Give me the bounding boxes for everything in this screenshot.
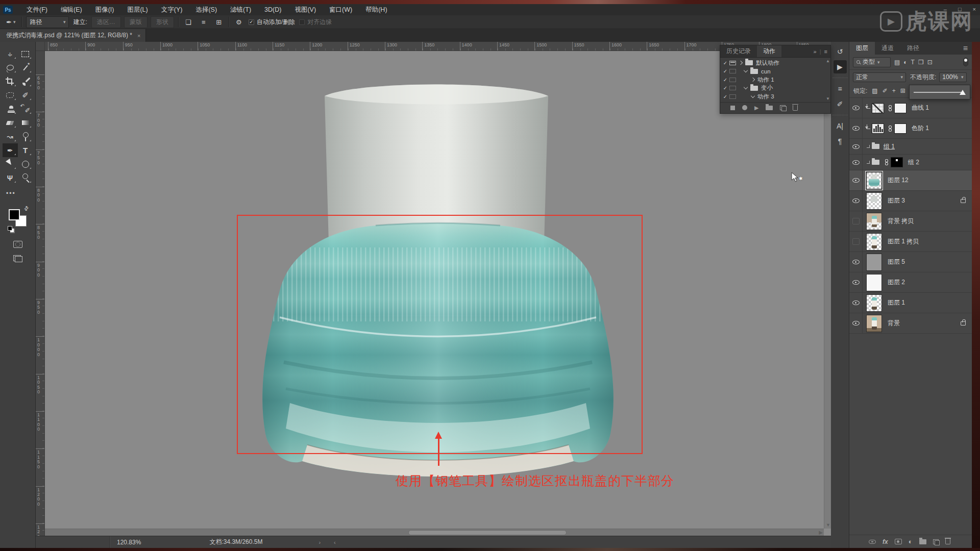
vertical-scrollbar[interactable]: ▼ xyxy=(824,51,831,529)
new-layer-icon[interactable] xyxy=(933,539,939,544)
quick-mask-button[interactable] xyxy=(13,241,22,248)
layer-row[interactable]: 组 2 xyxy=(849,155,972,170)
visibility-toggle[interactable] xyxy=(849,139,863,154)
layer-row[interactable]: 图层 12 xyxy=(849,170,972,191)
paragraph-panel-icon[interactable]: ¶ xyxy=(834,135,847,148)
filter-shape-icon[interactable]: ❒ xyxy=(918,59,924,66)
move-tool[interactable] xyxy=(3,47,18,61)
minimize-button[interactable]: – xyxy=(944,4,947,14)
layer-row[interactable]: 背景 拷贝 xyxy=(849,211,972,232)
expand-caret-icon[interactable] xyxy=(867,145,870,148)
visibility-toggle[interactable] xyxy=(849,170,863,190)
layer-name[interactable]: 组 1 xyxy=(884,142,895,151)
maximize-button[interactable]: □ xyxy=(958,4,962,14)
new-action-icon[interactable] xyxy=(780,105,786,110)
layer-thumbnail[interactable] xyxy=(866,254,882,271)
action-row[interactable]: ✓ 动作 1 xyxy=(721,76,825,84)
adjustment-thumbnail[interactable] xyxy=(872,123,884,134)
layer-name[interactable]: 图层 1 xyxy=(888,298,905,307)
blend-mode-dropdown[interactable]: 正常 ▾ xyxy=(853,72,906,82)
layer-filter-dropdown[interactable]: 类型 ▾ xyxy=(853,57,891,67)
mask-thumbnail[interactable] xyxy=(891,157,903,167)
tab-paths[interactable]: 路径 xyxy=(900,42,926,55)
action-row[interactable]: ✓ 变小 xyxy=(721,84,825,93)
dialog-toggle-icon[interactable] xyxy=(729,86,736,90)
menu-item[interactable]: 图像(I) xyxy=(89,4,121,15)
mask-thumbnail[interactable] xyxy=(894,103,906,113)
dialog-toggle-icon[interactable] xyxy=(729,94,736,99)
path-operations-icon[interactable]: ❏ xyxy=(183,18,194,26)
filter-smart-object-icon[interactable]: ⊡ xyxy=(927,59,933,66)
expand-caret-icon[interactable] xyxy=(751,78,755,82)
ruler-origin-corner[interactable] xyxy=(36,42,45,51)
panel-menu-icon[interactable]: ≡ xyxy=(824,48,827,55)
layer-thumbnail[interactable] xyxy=(866,294,882,312)
panel-menu-icon[interactable]: ≡ xyxy=(959,42,972,55)
menu-item[interactable]: 帮助(H) xyxy=(359,4,394,15)
mask-thumbnail[interactable] xyxy=(894,123,906,134)
menu-item[interactable]: 滤镜(T) xyxy=(224,4,258,15)
action-name[interactable]: 变小 xyxy=(761,84,773,92)
panel-scrollbar[interactable]: ▲▼ xyxy=(826,59,830,101)
hand-tool[interactable] xyxy=(3,171,18,185)
lock-paint-icon[interactable]: ✐ xyxy=(883,87,888,94)
action-check-icon[interactable]: ✓ xyxy=(721,94,729,99)
expand-caret-icon[interactable] xyxy=(867,161,870,164)
magic-wand-tool[interactable] xyxy=(18,61,33,74)
menu-item[interactable]: 图层(L) xyxy=(120,4,154,15)
edit-toolbar-dots-icon[interactable]: ••• xyxy=(0,190,16,197)
action-name[interactable]: 动作 3 xyxy=(757,93,774,101)
layer-thumbnail[interactable] xyxy=(866,233,882,251)
path-alignment-icon[interactable]: ≡ xyxy=(198,18,209,26)
visibility-toggle[interactable] xyxy=(849,313,863,333)
adjustment-thumbnail[interactable] xyxy=(872,103,884,113)
default-colors-icon[interactable] xyxy=(8,226,12,231)
menu-item[interactable]: 窗口(W) xyxy=(323,4,359,15)
layer-row[interactable]: 组 1 xyxy=(849,139,972,155)
layer-thumbnail[interactable] xyxy=(866,213,882,230)
dialog-toggle-icon[interactable] xyxy=(729,69,736,73)
stop-recording-icon[interactable] xyxy=(730,106,735,110)
crop-tool[interactable] xyxy=(3,74,18,88)
visibility-toggle[interactable] xyxy=(849,118,863,138)
swap-colors-icon[interactable]: ⇄ xyxy=(22,205,31,213)
layer-name[interactable]: 图层 1 拷贝 xyxy=(888,237,919,246)
scrollbar-thumb[interactable] xyxy=(408,530,567,535)
canvas[interactable]: 使用【钢笔工具】绘制选区抠出瓶盖的下半部分 ▼ ▶ ✱ xyxy=(45,51,831,536)
action-name[interactable]: 动作 1 xyxy=(757,76,774,84)
layer-row[interactable]: 背景 xyxy=(849,313,972,334)
delete-layer-icon[interactable] xyxy=(945,539,950,544)
ellipse-tool[interactable] xyxy=(18,157,33,171)
filter-adjustment-icon[interactable]: ◐ xyxy=(903,59,907,66)
layer-name[interactable]: 图层 2 xyxy=(888,278,905,287)
expand-caret-icon[interactable] xyxy=(739,61,743,65)
new-adjustment-layer-icon[interactable]: ◐ xyxy=(909,538,913,545)
visibility-toggle[interactable] xyxy=(849,272,863,292)
tab-actions[interactable]: 动作 xyxy=(757,45,781,57)
align-edges-checkbox[interactable]: ✓ 对齐边缘 xyxy=(299,18,332,27)
lasso-tool[interactable] xyxy=(3,61,18,74)
visibility-toggle[interactable] xyxy=(849,252,863,272)
dodge-tool[interactable] xyxy=(18,130,33,143)
brush-settings-panel-icon[interactable]: ≡ xyxy=(834,82,847,95)
opacity-slider-track[interactable] xyxy=(914,92,962,93)
status-next-icon[interactable]: › xyxy=(318,539,334,545)
layer-name[interactable]: 图层 5 xyxy=(888,258,905,266)
action-row[interactable]: ✓ 动作 3 xyxy=(721,92,825,101)
eraser-tool[interactable] xyxy=(3,116,18,130)
screen-mode-button[interactable] xyxy=(13,255,22,262)
path-arrangement-icon[interactable]: ⊞ xyxy=(213,18,225,26)
history-brush-tool[interactable] xyxy=(18,102,33,116)
action-check-icon[interactable]: ✓ xyxy=(721,85,729,91)
layer-row[interactable]: 色阶 1 xyxy=(849,118,972,139)
close-button[interactable]: × xyxy=(973,4,976,14)
expand-caret-icon[interactable] xyxy=(751,94,755,98)
tool-preset-dropdown[interactable]: ✒▾ xyxy=(4,18,17,26)
layer-thumbnail[interactable] xyxy=(866,172,882,189)
menu-item[interactable]: 文件(F) xyxy=(20,4,54,15)
zoom-level-field[interactable]: 120.83% xyxy=(110,539,148,546)
document-tab[interactable]: 便携式消毒液.psd @ 121% (图层 12, RGB/8) * × xyxy=(0,29,146,42)
visibility-toggle[interactable] xyxy=(849,98,863,118)
lock-artboard-icon[interactable]: ⊞ xyxy=(900,87,905,94)
history-panel-icon[interactable]: ↺ xyxy=(834,45,847,58)
